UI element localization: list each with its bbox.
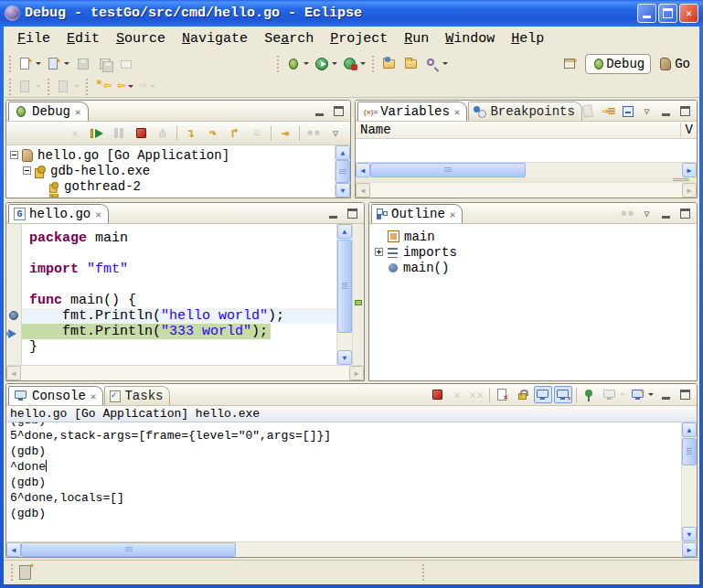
tree-row-process[interactable]: gdb-hello.exe bbox=[10, 163, 335, 178]
overview-ruler[interactable] bbox=[352, 224, 364, 365]
variables-maximize-button[interactable] bbox=[676, 102, 694, 120]
scroll-down-icon[interactable]: ▼ bbox=[337, 350, 352, 365]
collapse-expander-icon[interactable] bbox=[23, 166, 31, 175]
breakpoint-icon[interactable] bbox=[9, 311, 18, 320]
scroll-up-icon[interactable]: ▲ bbox=[682, 422, 697, 437]
variables-column-header[interactable]: Name V bbox=[356, 122, 697, 139]
console-output[interactable]: (gdb) 5^done,stack-args=[frame={level="0… bbox=[6, 422, 681, 541]
menu-search[interactable]: Search bbox=[256, 29, 322, 48]
console-maximize-button[interactable] bbox=[676, 386, 694, 403]
outline-item-package[interactable]: main bbox=[375, 229, 697, 244]
scroll-left-icon[interactable]: ◀ bbox=[6, 542, 21, 557]
debug-extra-button[interactable]: ●● bbox=[304, 123, 324, 144]
console-vertical-scrollbar[interactable]: ▲ ▼ bbox=[681, 422, 697, 541]
previous-annotation-button[interactable] bbox=[55, 77, 81, 97]
menu-file[interactable]: File bbox=[9, 29, 59, 48]
variables-minimize-button[interactable] bbox=[657, 102, 675, 120]
open-type-button[interactable] bbox=[401, 54, 421, 74]
step-return-button[interactable]: ↱ bbox=[225, 123, 245, 144]
breakpoint-line[interactable]: fmt.Println("hello world"); bbox=[22, 308, 336, 324]
search-button[interactable] bbox=[423, 54, 450, 74]
scroll-up-icon[interactable]: ▲ bbox=[337, 224, 352, 239]
console-horizontal-scrollbar[interactable]: ◀ ▶ bbox=[6, 541, 697, 557]
scroll-thumb[interactable] bbox=[370, 163, 526, 177]
open-perspective-button[interactable]: ✦ bbox=[560, 54, 581, 74]
tab-breakpoints[interactable]: Breakpoints bbox=[468, 102, 581, 121]
menu-source[interactable]: Source bbox=[108, 29, 174, 48]
scroll-left-icon[interactable]: ◀ bbox=[356, 163, 370, 177]
details-pane-sash[interactable] bbox=[356, 177, 697, 182]
debug-view-menu[interactable]: ▽ bbox=[325, 123, 346, 144]
collapse-all-button[interactable] bbox=[619, 102, 636, 120]
code-area[interactable]: package main import "fmt" func main() { … bbox=[22, 224, 336, 365]
close-button[interactable]: ✕ bbox=[679, 4, 698, 23]
step-into-button[interactable]: ↴ bbox=[181, 123, 201, 144]
editor-maximize-button[interactable] bbox=[344, 205, 361, 222]
details-horizontal-scrollbar[interactable]: ◀ ▶ bbox=[356, 182, 697, 198]
next-annotation-button[interactable] bbox=[16, 77, 43, 97]
toolbar-grip[interactable] bbox=[84, 79, 91, 95]
outline-minimize-button[interactable] bbox=[657, 205, 675, 222]
remove-launch-button[interactable]: ✕ bbox=[448, 386, 465, 403]
save-button[interactable] bbox=[73, 54, 93, 74]
variables-horizontal-scrollbar[interactable]: ◀ ▶ bbox=[356, 162, 697, 177]
maximize-button[interactable] bbox=[658, 4, 677, 23]
tab-close-icon[interactable]: ✕ bbox=[454, 106, 461, 118]
tab-console[interactable]: Console ✕ bbox=[8, 386, 103, 405]
outline-view-menu[interactable]: ▽ bbox=[638, 205, 655, 222]
current-debug-line[interactable]: fmt.Println("333 world"); bbox=[22, 324, 336, 339]
collapse-expander-icon[interactable] bbox=[10, 151, 18, 159]
scroll-thumb[interactable] bbox=[682, 438, 697, 465]
clear-console-button[interactable] bbox=[494, 386, 512, 403]
tab-tasks[interactable]: Tasks bbox=[104, 386, 170, 405]
step-over-button[interactable]: ↷ bbox=[203, 123, 223, 144]
scroll-right-icon[interactable]: ▶ bbox=[682, 163, 697, 177]
console-minimize-button[interactable] bbox=[657, 386, 675, 403]
scroll-thumb[interactable] bbox=[336, 160, 350, 183]
editor-gutter[interactable] bbox=[6, 224, 22, 365]
tree-row-launch[interactable]: hello.go [Go Application] bbox=[10, 147, 335, 163]
open-console-button[interactable]: ✦ bbox=[629, 386, 655, 403]
tab-close-icon[interactable]: ✕ bbox=[95, 208, 101, 220]
fast-view-icon[interactable] bbox=[19, 565, 31, 580]
external-tools-button[interactable] bbox=[341, 54, 367, 74]
suspend-button[interactable] bbox=[109, 123, 129, 144]
menu-project[interactable]: Project bbox=[322, 29, 396, 48]
tab-outline[interactable]: Outline ✕ bbox=[371, 204, 463, 223]
perspective-debug[interactable]: Debug bbox=[585, 54, 651, 74]
step-filters-button[interactable]: ⇥ bbox=[275, 123, 295, 144]
new-project-button[interactable]: ✦ bbox=[45, 54, 71, 74]
display-console-button[interactable] bbox=[601, 386, 627, 403]
variables-table-empty[interactable] bbox=[356, 139, 697, 162]
debug-vertical-scrollbar[interactable]: ▲ ▼ bbox=[335, 145, 350, 198]
save-all-button[interactable] bbox=[95, 54, 115, 74]
outline-item-imports[interactable]: imports bbox=[375, 244, 697, 260]
scroll-up-icon[interactable]: ▲ bbox=[336, 145, 350, 160]
tab-debug[interactable]: Debug ✕ bbox=[8, 102, 89, 121]
overview-marker[interactable] bbox=[355, 300, 362, 305]
tab-close-icon[interactable]: ✕ bbox=[450, 208, 456, 220]
remove-terminated-button[interactable]: ✕ bbox=[65, 123, 85, 144]
tree-row-thread[interactable]: gothread-2 bbox=[10, 178, 335, 194]
outline-maximize-button[interactable] bbox=[676, 205, 694, 222]
debug-button[interactable] bbox=[284, 54, 311, 74]
minimize-button[interactable] bbox=[637, 4, 656, 23]
show-logical-structure-button[interactable]: ⇒⊞ bbox=[600, 102, 617, 120]
disconnect-button[interactable]: ⋔ bbox=[153, 123, 173, 144]
terminate-button[interactable] bbox=[131, 123, 151, 144]
menu-help[interactable]: Help bbox=[503, 29, 552, 48]
menu-navigate[interactable]: Navigate bbox=[174, 29, 256, 48]
editor-horizontal-scrollbar[interactable]: ◀ ▶ bbox=[6, 365, 364, 380]
new-wizard-button[interactable]: ✦ bbox=[16, 54, 43, 74]
debug-maximize-button[interactable] bbox=[330, 102, 347, 120]
pin-console-button[interactable] bbox=[581, 386, 599, 403]
toolbar-grip[interactable] bbox=[275, 56, 282, 72]
variables-view-menu[interactable]: ▽ bbox=[638, 102, 655, 120]
resume-button[interactable] bbox=[87, 123, 107, 144]
menu-run[interactable]: Run bbox=[396, 29, 437, 48]
last-edit-location-button[interactable]: *⇦ bbox=[93, 77, 113, 97]
tab-close-icon[interactable]: ✕ bbox=[91, 390, 97, 402]
remove-all-launches-button[interactable]: ✕✕ bbox=[467, 386, 485, 403]
toolbar-grip[interactable] bbox=[7, 56, 14, 72]
menu-edit[interactable]: Edit bbox=[59, 29, 108, 48]
